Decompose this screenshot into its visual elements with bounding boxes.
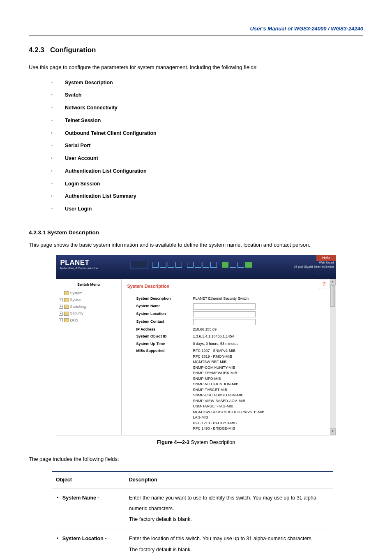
config-list-item: Network Connectivity [51,102,363,114]
scroll-down-icon[interactable]: ▼ [330,428,336,435]
table-intro: The page includes the following fields: [29,455,363,463]
help-icon[interactable]: ? [319,280,329,289]
input-system-location[interactable] [193,311,256,317]
folder-icon [64,298,69,302]
content-panel: ? System Description System Description … [122,279,330,435]
config-list-item: Login Session [51,178,363,190]
config-item-list: System DescriptionSwitchNetwork Connecti… [51,76,363,215]
value-system-description: PLANET Ethernet Security Switch [191,295,324,303]
field-description: Enter the location of this switch. You m… [125,529,333,555]
fields-th-description: Description [125,471,333,488]
config-list-item: Serial Port [51,139,363,152]
system-info-table: System Description PLANET Ethernet Secur… [127,295,324,432]
folder-icon [64,291,69,295]
scroll-thumb[interactable] [330,285,335,307]
scrollbar[interactable]: ▲ ▼ [330,279,336,435]
banner-label-2: 24-port Gigabit Ethernet Switch [294,265,334,269]
config-list-item: Switch [51,89,363,102]
figure-caption-rest: System Description [189,439,235,445]
tree-item-label: QOS [70,318,78,324]
folder-icon [64,318,69,322]
tree-item-label: System [70,291,83,296]
config-list-item: Outbound Telnet Client Configuration [51,127,363,140]
label-system-name: System Name [127,303,191,310]
tree-item-label: System [70,297,83,303]
table-row: System Location -Enter the location of t… [52,529,333,555]
logo-subtitle: Networking & Communication [60,266,98,271]
figure-caption: Figure 4—2-3 System Description [29,439,363,446]
config-list-item: Authentication List Configuration [51,165,363,178]
input-system-contact[interactable] [193,319,256,325]
sidebar-title: Switch Menu [58,282,120,288]
logo: PLANET Networking & Communication [60,257,98,271]
label-system-description: System Description [127,295,191,303]
expand-icon[interactable]: + [59,305,63,309]
tree-item[interactable]: +Security [58,310,120,317]
tree-item[interactable]: System [58,290,120,297]
scroll-up-icon[interactable]: ▲ [330,279,336,285]
sidebar: Switch Menu System+System+Switching+Secu… [56,279,122,435]
table-row: System Name -Enter the name you want to … [52,488,333,529]
subsection-title: System Description [47,229,99,236]
value-mibs-supported: RFC 1907 - SNMPv2-MIBRFC 2819 - RMON-MIB… [191,347,324,432]
tree-item[interactable]: +QOS [58,317,120,324]
label-system-uptime: System Up Time [127,340,191,348]
tree-item[interactable]: +System [58,297,120,304]
subsection-heading: 4.2.3.1 System Description [29,229,363,237]
banner-label-1: Web Based [294,261,334,265]
section-number: 4.2.3 [29,46,44,54]
banner: Help PLANET Networking & Communication W… [56,255,336,279]
expand-icon[interactable]: + [59,318,63,322]
section-title: Configuration [50,46,96,54]
field-object: System Location - [52,529,125,555]
label-ip-address: IP Address [127,326,191,333]
label-system-location: System Location [127,310,191,318]
field-object: System Name - [52,488,125,529]
label-system-object-id: System Object ID [127,333,191,340]
input-system-name[interactable] [193,303,256,310]
intro-paragraph: Use this page to configure the parameter… [29,63,363,72]
subsection-paragraph: This page shows the basic system informa… [29,241,363,249]
device-ports [130,261,252,269]
page-header: User's Manual of WGS3-24000 / WGS3-24240 [29,25,363,36]
expand-icon[interactable]: + [59,298,63,302]
config-list-item: Authentication List Summary [51,190,363,203]
panel-title: System Description [127,283,324,290]
config-list-item: User Login [51,203,363,215]
folder-icon [64,305,69,309]
fields-th-object: Object [52,471,125,488]
tree-item[interactable]: +Switching [58,303,120,310]
config-list-item: System Description [51,76,363,89]
value-system-uptime: 0 days, 0 hours, 53 minutes [191,340,324,348]
label-system-contact: System Contact [127,318,191,326]
label-mibs-supported: MIBs Supported [127,347,191,432]
folder-icon [64,312,69,316]
fields-table: Object Description System Name -Enter th… [52,471,333,555]
expand-icon[interactable]: + [59,312,63,316]
tree-item-label: Switching [70,304,86,310]
tree-item-label: Security [70,311,84,317]
subsection-number: 4.2.3.1 [29,229,46,236]
figure-caption-bold: Figure 4—2-3 [157,439,189,445]
banner-product-label: Web Based 24-port Gigabit Ethernet Switc… [294,261,334,269]
field-description: Enter the name you want to use to identi… [125,488,333,529]
config-list-item: Telnet Session [51,114,363,127]
value-system-object-id: 1.3.6.1.4.1.10456.1.1454 [191,333,324,340]
section-heading: 4.2.3 Configuration [29,45,363,56]
config-list-item: User Account [51,152,363,165]
embedded-screenshot: Help PLANET Networking & Communication W… [56,255,336,435]
value-ip-address: 210.66.155.69 [191,326,324,333]
